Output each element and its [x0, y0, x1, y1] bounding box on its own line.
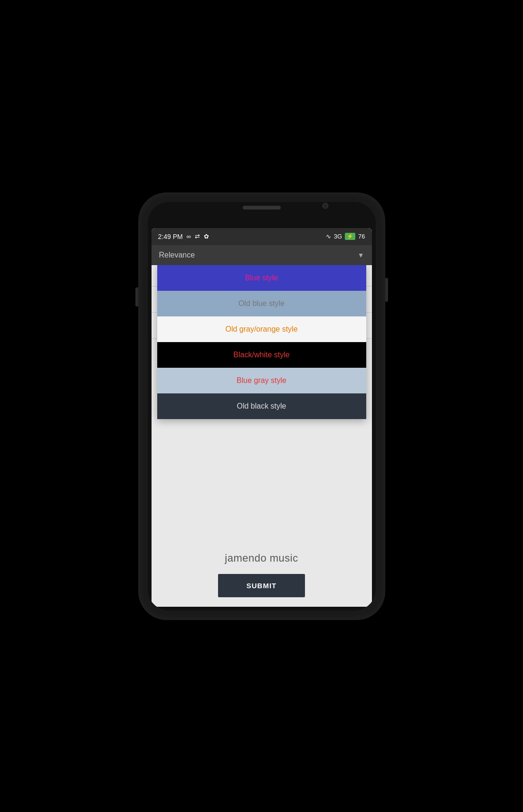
dropdown-arrow: ▼ — [358, 251, 364, 259]
status-bar: 2:49 PM ∞ ⇄ ✿ ∿ 3G ⚡ 76 — [152, 228, 372, 245]
usb-icon: ⇄ — [195, 233, 200, 240]
dropdown-item-old-gray-orange-style[interactable]: Old gray/orange style — [157, 316, 366, 342]
old-blue-style-label: Old blue style — [238, 299, 285, 308]
dropdown-item-black-white-style[interactable]: Black/white style — [157, 342, 366, 368]
screen: 2:49 PM ∞ ⇄ ✿ ∿ 3G ⚡ 76 Relevance ▼ — [152, 228, 372, 607]
signal-icon: 3G — [334, 233, 342, 240]
battery-level: 76 — [358, 233, 365, 240]
blue-style-label: Blue style — [245, 274, 278, 282]
dropdown-item-old-black-style[interactable]: Old black style — [157, 393, 366, 419]
status-left: 2:49 PM ∞ ⇄ ✿ — [158, 233, 209, 240]
app-name: jamendo music — [225, 552, 298, 564]
dropdown-item-blue-style[interactable]: Blue style — [157, 265, 366, 291]
black-white-style-label: Black/white style — [233, 351, 289, 359]
power-button — [385, 278, 388, 302]
bottom-content: jamendo music SUBMIT — [152, 538, 372, 607]
app-bar[interactable]: Relevance ▼ — [152, 245, 372, 265]
front-camera — [323, 203, 328, 209]
status-right: ∿ 3G ⚡ 76 — [326, 233, 365, 240]
infinity-icon: ∞ — [187, 233, 191, 240]
old-black-style-label: Old black style — [237, 402, 286, 411]
submit-button[interactable]: SUBMIT — [218, 574, 305, 597]
relevance-label: Relevance — [159, 251, 195, 259]
blue-gray-style-label: Blue gray style — [237, 376, 286, 385]
wifi-icon: ∿ — [326, 233, 331, 240]
cast-icon: ✿ — [204, 233, 209, 240]
content-area: H E ✓ ✓ Blue style Old blue style — [152, 265, 372, 538]
phone-screen-container: 2:49 PM ∞ ⇄ ✿ ∿ 3G ⚡ 76 Relevance ▼ — [148, 202, 376, 611]
phone-frame: 2:49 PM ∞ ⇄ ✿ ∿ 3G ⚡ 76 Relevance ▼ — [138, 192, 385, 620]
old-gray-orange-style-label: Old gray/orange style — [225, 325, 297, 334]
volume-button — [135, 287, 138, 306]
status-time: 2:49 PM — [158, 233, 183, 240]
style-dropdown: Blue style Old blue style Old gray/orang… — [157, 265, 366, 419]
dropdown-item-blue-gray-style[interactable]: Blue gray style — [157, 368, 366, 393]
battery-icon: ⚡ — [345, 233, 355, 240]
dropdown-item-old-blue-style[interactable]: Old blue style — [157, 291, 366, 316]
speaker-grill — [243, 206, 281, 210]
